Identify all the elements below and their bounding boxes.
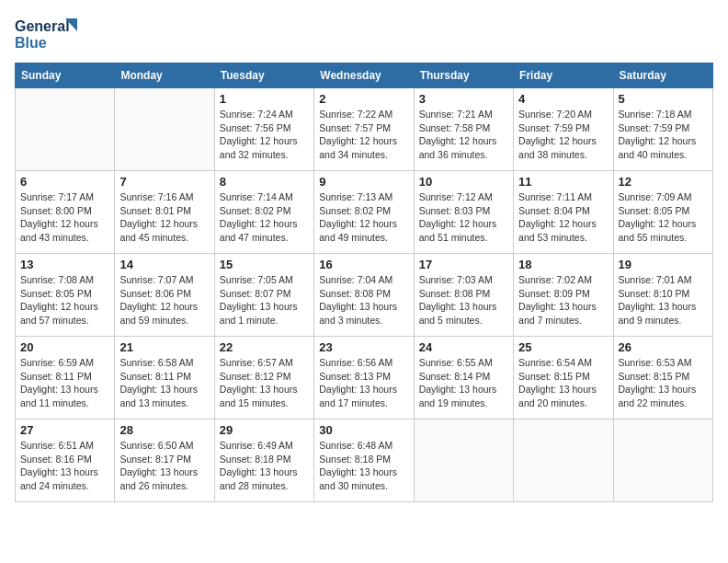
day-detail: Sunrise: 7:09 AMSunset: 8:05 PMDaylight:… bbox=[619, 190, 708, 245]
logo-svg: GeneralBlue bbox=[15, 15, 79, 53]
day-detail: Sunrise: 7:21 AMSunset: 7:58 PMDaylight:… bbox=[419, 108, 508, 162]
day-detail: Sunrise: 6:53 AMSunset: 8:15 PMDaylight:… bbox=[619, 356, 708, 410]
day-number: 7 bbox=[119, 175, 209, 189]
day-number: 21 bbox=[119, 340, 209, 354]
empty-cell bbox=[414, 419, 513, 502]
day-detail: Sunrise: 7:03 AMSunset: 8:08 PMDaylight:… bbox=[419, 273, 508, 327]
day-number: 20 bbox=[20, 340, 109, 354]
day-cell-12: 12Sunrise: 7:09 AMSunset: 8:05 PMDayligh… bbox=[613, 171, 712, 254]
day-number: 11 bbox=[518, 175, 608, 189]
day-number: 22 bbox=[220, 340, 309, 354]
day-cell-17: 17Sunrise: 7:03 AMSunset: 8:08 PMDayligh… bbox=[414, 254, 513, 337]
day-cell-24: 24Sunrise: 6:55 AMSunset: 8:14 PMDayligh… bbox=[414, 337, 513, 419]
day-cell-15: 15Sunrise: 7:05 AMSunset: 8:07 PMDayligh… bbox=[214, 254, 313, 337]
day-cell-22: 22Sunrise: 6:57 AMSunset: 8:12 PMDayligh… bbox=[214, 337, 313, 419]
day-detail: Sunrise: 6:51 AMSunset: 8:16 PMDaylight:… bbox=[20, 439, 109, 493]
day-detail: Sunrise: 7:24 AMSunset: 7:56 PMDaylight:… bbox=[220, 108, 309, 162]
day-cell-29: 29Sunrise: 6:49 AMSunset: 8:18 PMDayligh… bbox=[214, 419, 313, 502]
day-number: 12 bbox=[619, 175, 708, 189]
day-cell-11: 11Sunrise: 7:11 AMSunset: 8:04 PMDayligh… bbox=[514, 171, 613, 254]
day-cell-26: 26Sunrise: 6:53 AMSunset: 8:15 PMDayligh… bbox=[613, 337, 712, 419]
day-number: 17 bbox=[419, 258, 508, 271]
day-cell-9: 9Sunrise: 7:13 AMSunset: 8:02 PMDaylight… bbox=[314, 171, 414, 254]
day-cell-5: 5Sunrise: 7:18 AMSunset: 7:59 PMDaylight… bbox=[613, 88, 712, 171]
day-detail: Sunrise: 7:17 AMSunset: 8:00 PMDaylight:… bbox=[20, 190, 109, 245]
day-number: 28 bbox=[119, 423, 209, 437]
day-detail: Sunrise: 6:56 AMSunset: 8:13 PMDaylight:… bbox=[319, 356, 408, 410]
day-number: 2 bbox=[319, 92, 408, 106]
day-cell-6: 6Sunrise: 7:17 AMSunset: 8:00 PMDaylight… bbox=[16, 171, 115, 254]
day-cell-1: 1Sunrise: 7:24 AMSunset: 7:56 PMDaylight… bbox=[214, 88, 313, 171]
day-number: 18 bbox=[518, 258, 608, 271]
day-cell-7: 7Sunrise: 7:16 AMSunset: 8:01 PMDaylight… bbox=[115, 171, 214, 254]
day-number: 15 bbox=[220, 258, 309, 271]
day-number: 29 bbox=[220, 423, 309, 437]
calendar-week-1: 1Sunrise: 7:24 AMSunset: 7:56 PMDaylight… bbox=[16, 88, 713, 171]
day-cell-25: 25Sunrise: 6:54 AMSunset: 8:15 PMDayligh… bbox=[514, 337, 613, 419]
svg-text:General: General bbox=[15, 18, 70, 34]
empty-cell bbox=[115, 88, 214, 171]
col-header-wednesday: Wednesday bbox=[314, 63, 414, 88]
day-cell-18: 18Sunrise: 7:02 AMSunset: 8:09 PMDayligh… bbox=[514, 254, 613, 337]
col-header-sunday: Sunday bbox=[16, 63, 115, 88]
svg-text:Blue: Blue bbox=[15, 35, 47, 51]
day-detail: Sunrise: 7:13 AMSunset: 8:02 PMDaylight:… bbox=[319, 190, 408, 245]
day-number: 6 bbox=[20, 175, 109, 189]
empty-cell bbox=[613, 419, 712, 502]
col-header-friday: Friday bbox=[514, 63, 613, 88]
day-cell-4: 4Sunrise: 7:20 AMSunset: 7:59 PMDaylight… bbox=[514, 88, 613, 171]
day-detail: Sunrise: 6:58 AMSunset: 8:11 PMDaylight:… bbox=[119, 356, 209, 410]
day-detail: Sunrise: 7:16 AMSunset: 8:01 PMDaylight:… bbox=[119, 190, 209, 245]
day-cell-16: 16Sunrise: 7:04 AMSunset: 8:08 PMDayligh… bbox=[314, 254, 414, 337]
day-detail: Sunrise: 6:48 AMSunset: 8:18 PMDaylight:… bbox=[319, 439, 408, 493]
col-header-tuesday: Tuesday bbox=[214, 63, 313, 88]
day-detail: Sunrise: 6:55 AMSunset: 8:14 PMDaylight:… bbox=[419, 356, 508, 410]
day-cell-8: 8Sunrise: 7:14 AMSunset: 8:02 PMDaylight… bbox=[214, 171, 313, 254]
day-detail: Sunrise: 6:54 AMSunset: 8:15 PMDaylight:… bbox=[518, 356, 608, 410]
calendar-week-4: 20Sunrise: 6:59 AMSunset: 8:11 PMDayligh… bbox=[16, 337, 713, 419]
day-cell-2: 2Sunrise: 7:22 AMSunset: 7:57 PMDaylight… bbox=[314, 88, 414, 171]
day-detail: Sunrise: 7:04 AMSunset: 8:08 PMDaylight:… bbox=[319, 273, 408, 327]
day-number: 13 bbox=[20, 258, 109, 271]
day-cell-20: 20Sunrise: 6:59 AMSunset: 8:11 PMDayligh… bbox=[16, 337, 115, 419]
day-detail: Sunrise: 6:49 AMSunset: 8:18 PMDaylight:… bbox=[220, 439, 309, 493]
calendar-week-3: 13Sunrise: 7:08 AMSunset: 8:05 PMDayligh… bbox=[16, 254, 713, 337]
day-detail: Sunrise: 7:18 AMSunset: 7:59 PMDaylight:… bbox=[619, 108, 708, 162]
day-number: 16 bbox=[319, 258, 408, 271]
day-cell-23: 23Sunrise: 6:56 AMSunset: 8:13 PMDayligh… bbox=[314, 337, 414, 419]
col-header-thursday: Thursday bbox=[414, 63, 513, 88]
day-number: 10 bbox=[419, 175, 508, 189]
page-header: GeneralBlue bbox=[15, 15, 713, 53]
day-number: 23 bbox=[319, 340, 408, 354]
day-detail: Sunrise: 6:57 AMSunset: 8:12 PMDaylight:… bbox=[220, 356, 309, 410]
day-detail: Sunrise: 7:08 AMSunset: 8:05 PMDaylight:… bbox=[20, 273, 109, 327]
day-detail: Sunrise: 7:02 AMSunset: 8:09 PMDaylight:… bbox=[518, 273, 608, 327]
day-cell-27: 27Sunrise: 6:51 AMSunset: 8:16 PMDayligh… bbox=[16, 419, 115, 502]
day-cell-19: 19Sunrise: 7:01 AMSunset: 8:10 PMDayligh… bbox=[613, 254, 712, 337]
day-detail: Sunrise: 7:22 AMSunset: 7:57 PMDaylight:… bbox=[319, 108, 408, 162]
day-number: 26 bbox=[619, 340, 708, 354]
col-header-saturday: Saturday bbox=[613, 63, 712, 88]
day-detail: Sunrise: 7:11 AMSunset: 8:04 PMDaylight:… bbox=[518, 190, 608, 245]
day-number: 24 bbox=[419, 340, 508, 354]
day-detail: Sunrise: 6:59 AMSunset: 8:11 PMDaylight:… bbox=[20, 356, 109, 410]
day-cell-13: 13Sunrise: 7:08 AMSunset: 8:05 PMDayligh… bbox=[16, 254, 115, 337]
calendar-week-2: 6Sunrise: 7:17 AMSunset: 8:00 PMDaylight… bbox=[16, 171, 713, 254]
empty-cell bbox=[514, 419, 613, 502]
day-cell-30: 30Sunrise: 6:48 AMSunset: 8:18 PMDayligh… bbox=[314, 419, 414, 502]
day-detail: Sunrise: 7:12 AMSunset: 8:03 PMDaylight:… bbox=[419, 190, 508, 245]
day-detail: Sunrise: 7:01 AMSunset: 8:10 PMDaylight:… bbox=[619, 273, 708, 327]
day-number: 3 bbox=[419, 92, 508, 106]
calendar-table: SundayMondayTuesdayWednesdayThursdayFrid… bbox=[15, 63, 713, 502]
day-number: 4 bbox=[518, 92, 608, 106]
day-cell-28: 28Sunrise: 6:50 AMSunset: 8:17 PMDayligh… bbox=[115, 419, 214, 502]
day-number: 1 bbox=[220, 92, 309, 106]
calendar-week-5: 27Sunrise: 6:51 AMSunset: 8:16 PMDayligh… bbox=[16, 419, 713, 502]
day-detail: Sunrise: 7:05 AMSunset: 8:07 PMDaylight:… bbox=[220, 273, 309, 327]
day-number: 14 bbox=[119, 258, 209, 271]
day-number: 25 bbox=[518, 340, 608, 354]
logo: GeneralBlue bbox=[15, 15, 79, 53]
day-cell-14: 14Sunrise: 7:07 AMSunset: 8:06 PMDayligh… bbox=[115, 254, 214, 337]
day-number: 9 bbox=[319, 175, 408, 189]
empty-cell bbox=[16, 88, 115, 171]
